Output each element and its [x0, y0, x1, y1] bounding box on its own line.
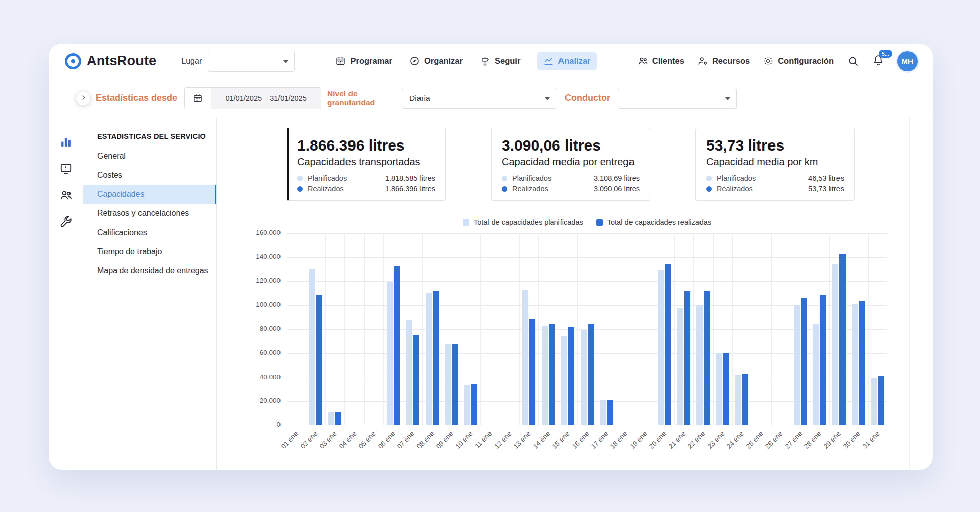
legend-total-de-capacidades-realizadas[interactable]: Total de capacidades realizadas — [596, 218, 711, 226]
antsroute-logo[interactable]: AntsRoute — [64, 52, 156, 70]
nav-analizar[interactable]: Analizar — [537, 52, 596, 70]
bar-realized-17-ene[interactable] — [607, 400, 613, 425]
bar-realized-02-ene[interactable] — [316, 295, 322, 425]
stat-card-capacidades-transportadas[interactable]: 1.866.396 litresCapacidades transportada… — [287, 128, 446, 201]
bar-planned-16-ene[interactable] — [581, 330, 587, 425]
bar-planned-10-ene[interactable] — [464, 385, 470, 425]
bar-realized-08-ene[interactable] — [433, 291, 439, 425]
bar-realized-23-ene[interactable] — [723, 353, 729, 425]
rail-statistics-button[interactable] — [59, 135, 73, 149]
stat-card-value: 53,73 litres — [706, 137, 844, 154]
bar-realized-09-ene[interactable] — [452, 344, 458, 425]
bar-planned-17-ene[interactable] — [600, 400, 606, 425]
bar-realized-20-ene[interactable] — [665, 264, 671, 425]
chevron-down-icon — [283, 60, 288, 63]
nav-seguir[interactable]: Seguir — [480, 56, 520, 66]
sidebar-item-costes[interactable]: Costes — [83, 166, 216, 185]
people-icon — [638, 56, 648, 66]
driver-select[interactable] — [618, 88, 737, 109]
nav-programar[interactable]: Programar — [335, 56, 392, 66]
sidebar-item-tiempo-de-trabajo[interactable]: Tiempo de trabajo — [83, 242, 216, 261]
bar-realized-14-ene[interactable] — [549, 324, 555, 425]
bar-planned-31-ene[interactable] — [871, 378, 877, 426]
top-navbar: AntsRoute Lugar Programar Organizar — [49, 44, 933, 79]
sidebar-item-general[interactable]: General — [83, 147, 216, 166]
nav-organizar[interactable]: Organizar — [409, 56, 463, 66]
sidebar-item-capacidades[interactable]: Capacidades — [83, 185, 216, 204]
bar-planned-14-ene[interactable] — [542, 326, 548, 425]
bar-realized-06-ene[interactable] — [394, 266, 400, 425]
bar-planned-15-ene[interactable] — [561, 336, 567, 425]
bar-planned-30-ene[interactable] — [852, 304, 858, 425]
stat-row-realized: Realizados53,73 litres — [706, 185, 844, 193]
bar-realized-21-ene[interactable] — [684, 291, 690, 425]
lugar-select[interactable] — [208, 51, 295, 72]
user-avatar[interactable]: MH — [897, 51, 918, 71]
nav-configuracion[interactable]: Configuración — [763, 56, 834, 66]
bar-realized-28-ene[interactable] — [820, 295, 826, 425]
bar-planned-08-ene[interactable] — [426, 293, 432, 425]
legend-swatch-icon — [596, 219, 603, 226]
rail-team-button[interactable] — [59, 189, 73, 202]
bar-realized-15-ene[interactable] — [568, 327, 574, 425]
bar-realized-22-ene[interactable] — [704, 291, 710, 425]
gridline-v — [383, 233, 384, 425]
sidebar-item-retrasos-y-cancelaciones[interactable]: Retrasos y cancelaciones — [83, 204, 216, 223]
sidebar-item-mapa-de-densidad-de-entregas[interactable]: Mapa de densidad de entregas — [83, 261, 216, 280]
bar-planned-09-ene[interactable] — [445, 344, 451, 425]
date-range-value[interactable]: 01/01/2025 – 31/01/2025 — [211, 88, 321, 109]
date-range-picker[interactable]: 01/01/2025 – 31/01/2025 — [184, 87, 321, 109]
bar-planned-27-ene[interactable] — [794, 305, 800, 425]
chevron-down-icon — [725, 97, 730, 100]
bar-realized-10-ene[interactable] — [471, 384, 477, 425]
gridline-v — [538, 233, 539, 425]
gridline-v — [461, 233, 461, 425]
gridline-h — [287, 281, 887, 282]
gridline-v — [849, 233, 849, 425]
bar-planned-24-ene[interactable] — [735, 375, 741, 425]
bar-realized-03-ene[interactable] — [335, 412, 341, 425]
bar-planned-07-ene[interactable] — [406, 320, 412, 425]
legend-label: Total de capacidades planificadas — [474, 218, 583, 226]
bar-planned-03-ene[interactable] — [328, 412, 334, 425]
bar-realized-16-ene[interactable] — [588, 324, 594, 425]
stat-card-value: 3.090,06 litres — [502, 137, 640, 154]
nav-recursos[interactable]: Recursos — [697, 56, 750, 66]
bar-planned-23-ene[interactable] — [716, 353, 722, 425]
bar-planned-21-ene[interactable] — [677, 308, 683, 425]
bar-realized-13-ene[interactable] — [529, 319, 535, 425]
bar-realized-07-ene[interactable] — [413, 335, 419, 425]
notifications-button[interactable]: 5... — [872, 54, 884, 68]
bar-realized-31-ene[interactable] — [878, 376, 884, 425]
nav-clientes[interactable]: Clientes — [638, 56, 684, 66]
stat-cards: 1.866.396 litresCapacidades transportada… — [287, 128, 909, 201]
gridline-v — [364, 233, 365, 425]
sidebar-item-calificaciones[interactable]: Calificaciones — [83, 223, 216, 242]
bar-planned-06-ene[interactable] — [387, 282, 393, 425]
bar-planned-02-ene[interactable] — [309, 269, 315, 425]
stat-card-capacidad-media-por-entrega[interactable]: 3.090,06 litresCapacidad media por entre… — [491, 128, 650, 201]
legend-total-de-capacidades-planificadas[interactable]: Total de capacidades planificadas — [463, 218, 583, 226]
bar-planned-28-ene[interactable] — [813, 324, 819, 425]
bar-realized-30-ene[interactable] — [859, 301, 865, 425]
scrollbar-gutter[interactable] — [909, 117, 933, 470]
stat-card-capacidad-media-por-km[interactable]: 53,73 litresCapacidad media por kmPlanif… — [695, 128, 855, 201]
icon-rail — [49, 117, 83, 470]
bar-planned-13-ene[interactable] — [522, 290, 528, 425]
collapse-panel-button[interactable] — [76, 91, 91, 106]
calendar-icon[interactable] — [185, 88, 211, 109]
bar-planned-22-ene[interactable] — [696, 305, 703, 425]
bar-planned-29-ene[interactable] — [832, 264, 838, 425]
gridline-v — [577, 233, 578, 425]
bar-realized-24-ene[interactable] — [742, 374, 748, 425]
row-label: Realizados — [717, 185, 753, 193]
y-tick-120-000: 120.000 — [256, 277, 281, 284]
rail-incidents-button[interactable] — [59, 162, 73, 175]
bar-planned-20-ene[interactable] — [658, 270, 664, 425]
bar-realized-29-ene[interactable] — [839, 254, 846, 425]
bar-realized-27-ene[interactable] — [801, 298, 807, 425]
search-button[interactable] — [847, 55, 859, 67]
rail-tools-button[interactable] — [59, 215, 73, 229]
granularity-select[interactable]: Diaria — [402, 88, 556, 109]
gridline-v — [636, 233, 636, 425]
